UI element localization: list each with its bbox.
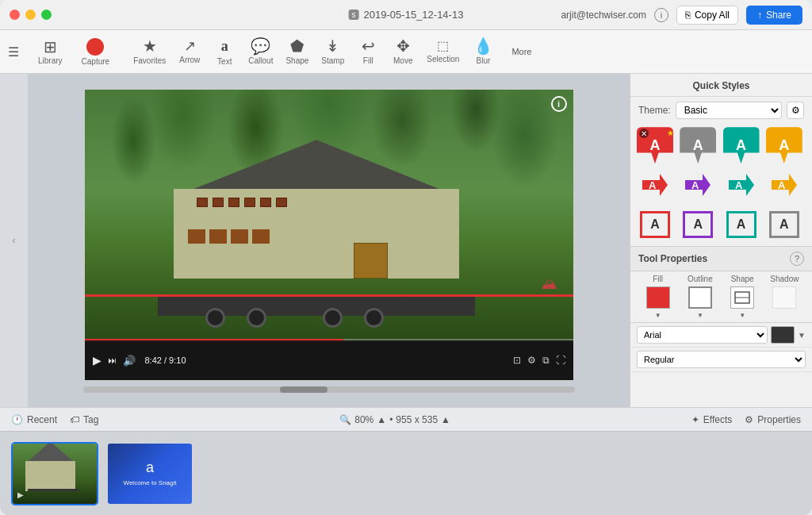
help-button[interactable]: ? — [790, 252, 804, 266]
canvas-scrollbar[interactable] — [83, 386, 575, 393]
capture-dot — [86, 38, 104, 56]
play-button[interactable]: ▶ — [93, 354, 102, 367]
collapse-arrow-icon[interactable]: ‹ — [13, 235, 16, 246]
style-item-arrow-yellow[interactable]: A — [766, 167, 802, 203]
thumb-scene-1: ▶ — [13, 444, 97, 504]
style-item-arrow-teal[interactable]: A — [723, 167, 760, 203]
pip-icon[interactable]: ⧉ — [542, 355, 550, 366]
more-button[interactable]: More — [502, 40, 541, 63]
style-item-callout-yellow[interactable]: A — [766, 127, 806, 163]
window — [228, 198, 239, 207]
properties-label: Properties — [757, 414, 801, 425]
minimize-button[interactable] — [25, 10, 36, 20]
text-tool[interactable]: a Text — [209, 35, 240, 69]
gear-button[interactable]: ⚙ — [787, 102, 804, 119]
style-item-arrow-purple[interactable]: A — [680, 167, 716, 203]
blur-tool[interactable]: 💧 Blur — [467, 35, 499, 68]
window — [213, 198, 224, 207]
video-ctrl-icons: ⊡ ⚙ ⧉ ⛶ — [513, 355, 565, 366]
callout-icon: 💬 — [251, 38, 270, 54]
capture-button[interactable]: Capture — [82, 38, 110, 66]
shadow-selector[interactable] — [772, 286, 796, 309]
properties-button[interactable]: ⚙ Properties — [745, 414, 801, 425]
hamburger-menu[interactable]: ☰ — [8, 44, 19, 60]
style-grid: A ✕ ★ A A A A — [630, 124, 812, 246]
text-color-preview[interactable] — [771, 326, 795, 344]
thumb-play-icon: ▶ — [17, 490, 24, 499]
filmstrip-thumb-1[interactable]: ▶ — [11, 442, 98, 505]
arrow-teal-shape: A — [724, 167, 759, 202]
status-bar: 🕐 Recent 🏷 Tag 🔍 80% ▲ • 955 x 535 ▲ ✦ E… — [0, 407, 812, 431]
shadow-label: Shadow — [770, 275, 799, 283]
style-item-arrow-red[interactable]: A — [637, 167, 673, 203]
skip-forward-button[interactable]: ⏭ — [108, 356, 117, 365]
effects-button[interactable]: ✦ Effects — [691, 414, 732, 425]
shape-prop-label: Shape — [731, 275, 754, 283]
wheel — [247, 308, 266, 328]
copy-all-button[interactable]: ⎘ Copy All — [676, 6, 738, 25]
fill-tool[interactable]: ↩ Fill — [352, 35, 384, 68]
fullscreen-icon[interactable]: ⛶ — [556, 355, 565, 366]
color-dropdown-arrow[interactable]: ▼ — [798, 331, 806, 340]
star-badge: ★ — [667, 129, 674, 137]
style-item-callout-red[interactable]: A ✕ ★ — [637, 127, 676, 163]
move-tool[interactable]: ✥ Move — [387, 35, 419, 68]
arrow-tool[interactable]: ↗ Arrow — [174, 36, 205, 67]
recent-button[interactable]: 🕐 Recent — [11, 414, 57, 425]
stamp-tool[interactable]: ↡ Stamp — [316, 35, 349, 68]
font-style-select[interactable]: Regular — [637, 351, 806, 368]
window-title: s 2019-05-15_12-14-13 — [349, 9, 464, 21]
captions-icon[interactable]: ⊡ — [513, 355, 521, 366]
volume-icon[interactable]: 🔊 — [123, 355, 136, 367]
favorites-tool[interactable]: ★ Favorites — [128, 35, 170, 68]
callout-gray-shape: A — [680, 127, 716, 163]
style-item-box-gray[interactable]: A — [766, 206, 802, 243]
dimensions-arrow: ▲ — [441, 414, 450, 425]
fill-dropdown-arrow[interactable]: ▼ — [655, 312, 661, 319]
capture-label: Capture — [82, 57, 110, 66]
titlebar-actions: arjit@techwiser.com i ⎘ Copy All ↑ Share — [561, 6, 802, 25]
outline-swatch[interactable] — [688, 286, 712, 309]
info-icon[interactable]: i — [654, 8, 668, 22]
properties-icon: ⚙ — [745, 414, 753, 425]
shape-dropdown-arrow[interactable]: ▼ — [739, 312, 745, 319]
close-button[interactable] — [10, 10, 20, 20]
theme-row: Theme: Basic ⚙ — [630, 97, 812, 124]
outline-dropdown-arrow[interactable]: ▼ — [697, 312, 703, 319]
arrow-icon: ↗ — [184, 39, 196, 53]
theme-select[interactable]: Basic — [676, 102, 782, 119]
library-item[interactable]: ⊞ Library — [32, 36, 69, 68]
style-item-callout-gray[interactable]: A — [680, 127, 719, 163]
house-body — [174, 189, 459, 279]
video-scene: i ⛰ — [85, 90, 573, 340]
house-visual — [158, 140, 475, 302]
fill-color-swatch[interactable] — [646, 286, 670, 309]
video-info-icon[interactable]: i — [551, 96, 567, 112]
settings-icon[interactable]: ⚙ — [527, 355, 536, 366]
style-item-box-red[interactable]: A — [637, 206, 673, 243]
selection-tool[interactable]: ⬚ Selection — [422, 37, 464, 67]
shape-tool[interactable]: ⬟ Shape — [281, 35, 313, 68]
font-select[interactable]: Arial — [637, 326, 768, 344]
zoom-label: 80% — [354, 414, 373, 425]
main-area: ‹ — [0, 74, 812, 407]
style-item-box-purple[interactable]: A — [680, 206, 716, 243]
shadow-col: Shadow — [764, 275, 806, 319]
clock-icon: 🕐 — [11, 414, 23, 425]
maximize-button[interactable] — [41, 10, 52, 20]
toolbar: ☰ ⊞ Library Capture ★ Favorites ↗ Arrow … — [0, 30, 812, 74]
tag-button[interactable]: 🏷 Tag — [70, 414, 98, 425]
style-item-callout-teal[interactable]: A — [723, 127, 763, 163]
share-button[interactable]: ↑ Share — [746, 6, 802, 25]
shape-preview — [734, 291, 750, 304]
annotation-line — [85, 294, 573, 297]
filmstrip-thumb-2[interactable]: a Welcome to Snagit — [106, 442, 193, 505]
quick-styles-title: Quick Styles — [630, 74, 812, 97]
style-item-box-teal[interactable]: A — [723, 206, 760, 243]
zoom-arrow: ▲ — [377, 414, 386, 425]
window — [244, 198, 255, 207]
shape-selector[interactable] — [730, 286, 754, 309]
mini-house-body — [25, 461, 76, 491]
recent-label: Recent — [27, 414, 57, 425]
callout-tool[interactable]: 💬 Callout — [243, 35, 278, 68]
